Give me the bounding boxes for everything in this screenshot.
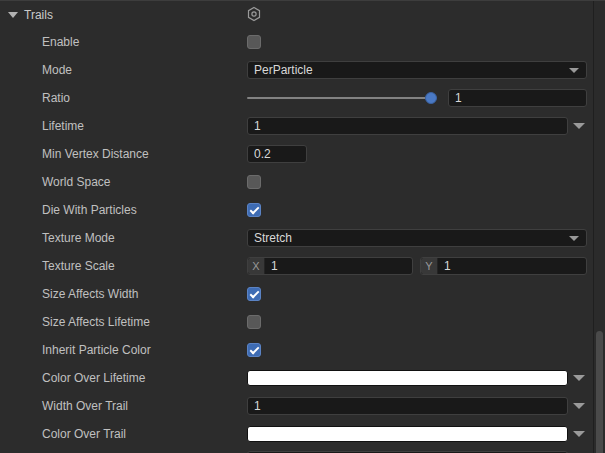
field-value: 1 — [265, 259, 284, 273]
color-over-lifetime-gradient-field[interactable] — [247, 370, 568, 386]
gradient-mode-dropdown-icon[interactable] — [573, 431, 585, 437]
min-vertex-distance-field[interactable]: 0.2 — [247, 145, 307, 163]
field-label: Texture Scale — [0, 259, 247, 273]
gradient-mode-dropdown-icon[interactable] — [573, 375, 585, 381]
enable-checkbox[interactable] — [247, 35, 261, 49]
field-label: Size Affects Lifetime — [0, 315, 247, 329]
row-inherit-particle-color: Inherit Particle Color — [0, 336, 605, 364]
field-label: Lifetime — [0, 119, 247, 133]
curve-mode-dropdown-icon[interactable] — [573, 403, 585, 409]
size-affects-width-checkbox[interactable] — [247, 287, 261, 301]
row-enable: Enable — [0, 28, 605, 56]
slider-handle[interactable] — [425, 92, 437, 104]
field-value: 1 — [254, 399, 261, 413]
field-label: Size Affects Width — [0, 287, 247, 301]
module-header[interactable]: Trails — [0, 1, 605, 28]
row-texture-scale: Texture Scale X 1 Y 1 — [0, 252, 605, 280]
field-label: Die With Particles — [0, 203, 247, 217]
field-value: 1 — [455, 91, 462, 105]
row-size-affects-width: Size Affects Width — [0, 280, 605, 308]
die-with-particles-checkbox[interactable] — [247, 203, 261, 217]
texture-scale-x-field[interactable]: X 1 — [247, 257, 413, 275]
world-space-checkbox[interactable] — [247, 175, 261, 189]
curve-mode-dropdown-icon[interactable] — [573, 123, 585, 129]
width-over-trail-curve-field[interactable]: 1 — [247, 397, 568, 415]
vertical-scrollbar-thumb[interactable] — [596, 331, 603, 453]
field-value: 1 — [254, 119, 261, 133]
lifetime-curve-field[interactable]: 1 — [247, 117, 568, 135]
trails-module-panel: Trails Enable Mode PerParticle Ratio — [0, 0, 605, 453]
dropdown-value: Stretch — [254, 231, 292, 245]
foldout-expanded-icon[interactable] — [8, 12, 18, 18]
row-color-over-lifetime: Color Over Lifetime — [0, 364, 605, 392]
ratio-slider[interactable] — [247, 97, 437, 99]
texture-scale-y-field[interactable]: Y 1 — [420, 257, 587, 275]
field-label: Color Over Lifetime — [0, 371, 247, 385]
chevron-down-icon — [569, 236, 579, 241]
row-world-space: World Space — [0, 168, 605, 196]
field-label: Texture Mode — [0, 231, 247, 245]
field-value: 1 — [438, 259, 457, 273]
size-affects-lifetime-checkbox[interactable] — [247, 315, 261, 329]
dropdown-value: PerParticle — [254, 63, 313, 77]
row-width-over-trail: Width Over Trail 1 — [0, 392, 605, 420]
texture-mode-dropdown[interactable]: Stretch — [247, 229, 587, 247]
field-label: Enable — [0, 35, 247, 49]
field-label: Color Over Trail — [0, 427, 247, 441]
inherit-particle-color-checkbox[interactable] — [247, 343, 261, 357]
module-title: Trails — [24, 8, 53, 22]
color-over-trail-gradient-field[interactable] — [247, 426, 568, 442]
field-label: Min Vertex Distance — [0, 147, 247, 161]
axis-x-label: X — [248, 258, 265, 274]
field-label: Inherit Particle Color — [0, 343, 247, 357]
field-value: 0.2 — [254, 147, 271, 161]
field-label: Ratio — [0, 91, 247, 105]
field-label: Width Over Trail — [0, 399, 247, 413]
row-ratio: Ratio 1 — [0, 84, 605, 112]
row-min-vertex-distance: Min Vertex Distance 0.2 — [0, 140, 605, 168]
ratio-value-field[interactable]: 1 — [448, 89, 587, 107]
preset-gear-icon[interactable] — [246, 6, 262, 22]
axis-y-label: Y — [421, 258, 438, 274]
field-label: World Space — [0, 175, 247, 189]
row-color-over-trail: Color Over Trail — [0, 420, 605, 448]
row-size-affects-lifetime: Size Affects Lifetime — [0, 308, 605, 336]
chevron-down-icon — [569, 68, 579, 73]
row-mode: Mode PerParticle — [0, 56, 605, 84]
field-label: Mode — [0, 63, 247, 77]
mode-dropdown[interactable]: PerParticle — [247, 61, 587, 79]
row-die-with-particles: Die With Particles — [0, 196, 605, 224]
row-texture-mode: Texture Mode Stretch — [0, 224, 605, 252]
row-lifetime: Lifetime 1 — [0, 112, 605, 140]
